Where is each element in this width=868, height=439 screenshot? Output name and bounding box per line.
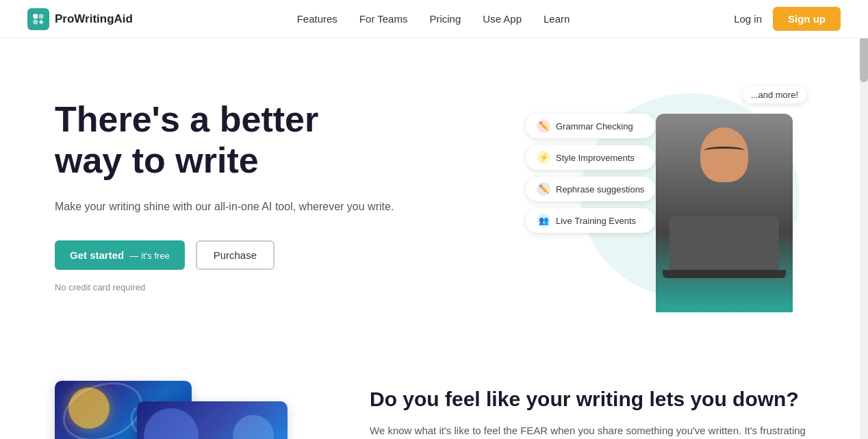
pill-training: 👥 Live Training Events (526, 208, 655, 233)
svg-rect-0 (34, 14, 38, 18)
abstract-bg: My idea in my head (137, 401, 288, 439)
pill-grammar: ✏️ Grammar Checking (526, 114, 655, 138)
logo-link[interactable]: ProWritingAid (27, 8, 133, 30)
art-cards-container: My idea in my head (55, 381, 315, 439)
hero-person (656, 114, 793, 312)
section-divider (0, 340, 868, 381)
nav-features[interactable]: Features (297, 13, 337, 25)
hero-illustration: ...and more! ✦ ✏️ Grammar Checking ⚡ Sty… (526, 79, 813, 312)
style-icon: ⚡ (537, 151, 550, 164)
hero-subtitle: Make your writing shine with our all-in-… (55, 198, 394, 216)
training-icon: 👥 (537, 214, 550, 227)
logo-icon (27, 8, 49, 30)
second-text: We know what it's like to feel the FEAR … (370, 422, 813, 439)
brand-name: ProWritingAid (55, 12, 133, 26)
nav-learn[interactable]: Learn (544, 13, 570, 25)
rephrase-icon: ✏️ (537, 182, 550, 196)
signup-button[interactable]: Sign up (773, 7, 841, 31)
nav-actions: Log in Sign up (734, 7, 841, 31)
nav-use-app[interactable]: Use App (483, 13, 522, 25)
hero-note: No credit card required (55, 282, 394, 292)
hero-title: There's a better way to write (55, 99, 394, 181)
scrollbar[interactable] (860, 0, 868, 439)
purchase-button[interactable]: Purchase (196, 240, 275, 270)
hero-buttons: Get started — it's free Purchase (55, 240, 394, 270)
hero-section: There's a better way to write Make your … (0, 38, 868, 340)
pill-training-label: Live Training Events (556, 216, 636, 226)
pill-style-label: Style Improvements (556, 153, 635, 163)
abstract-card: My idea in my head (137, 401, 288, 439)
more-tag: ...and more! (743, 86, 806, 103)
pill-grammar-label: Grammar Checking (556, 121, 633, 131)
second-title: Do you feel like your writing lets you d… (370, 388, 813, 411)
pill-style: ⚡ Style Improvements (526, 145, 655, 170)
svg-rect-2 (34, 19, 38, 24)
login-button[interactable]: Log in (734, 13, 762, 25)
get-started-button[interactable]: Get started — it's free (55, 240, 185, 270)
pill-rephrase: ✏️ Rephrase suggestions (526, 177, 655, 201)
svg-rect-1 (39, 14, 44, 18)
grammar-icon: ✏️ (537, 119, 550, 133)
cta-suffix: — it's free (130, 251, 170, 261)
hero-left: There's a better way to write Make your … (55, 99, 394, 292)
nav-links: Features For Teams Pricing Use App Learn (297, 13, 570, 25)
second-section: My idea in my head Do you feel like your… (0, 381, 868, 439)
feature-pills: ✏️ Grammar Checking ⚡ Style Improvements… (526, 114, 655, 233)
second-right: Do you feel like your writing lets you d… (370, 381, 813, 439)
pill-rephrase-label: Rephrase suggestions (556, 184, 644, 195)
navbar: ProWritingAid Features For Teams Pricing… (0, 0, 868, 38)
nav-for-teams[interactable]: For Teams (359, 13, 408, 25)
nav-pricing[interactable]: Pricing (429, 13, 461, 25)
